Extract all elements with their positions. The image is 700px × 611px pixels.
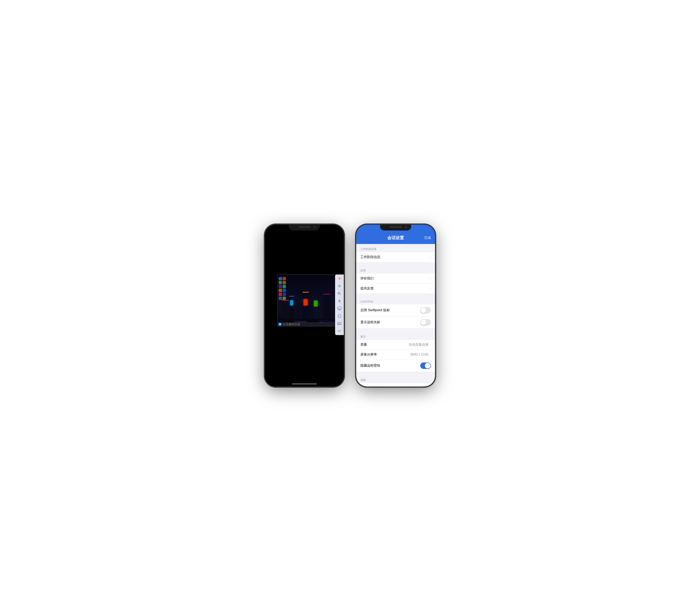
section-header-1: 工作阶段设置: [356, 244, 435, 252]
building-4: [303, 292, 309, 319]
chevron-toolbar-button[interactable]: [337, 328, 342, 333]
row-quality[interactable]: 质量 自动质量选择 ›: [356, 340, 435, 350]
toggle-remote-cursor[interactable]: [420, 319, 431, 326]
app-icon-3: [279, 281, 282, 284]
settings-title: 会话设置: [371, 235, 421, 241]
row-label-quality: 质量: [360, 343, 409, 347]
left-phone: ✕ ⚙: [265, 225, 344, 387]
side-toolbar: ✕ ⚙: [335, 274, 344, 335]
left-phone-screen: ✕ ⚙: [265, 225, 344, 387]
section-header-2: 反馈: [356, 265, 435, 274]
touch-toolbar-button[interactable]: [337, 313, 342, 318]
win-q2: [280, 324, 281, 324]
app-icon-2: [283, 277, 286, 280]
taskbar: [278, 323, 344, 326]
camera: [314, 226, 316, 228]
row-label-work-stage: 工作阶段信息: [360, 255, 430, 259]
building-1: [282, 300, 289, 319]
notch: [289, 225, 320, 230]
zoom-toolbar-button[interactable]: [337, 291, 342, 296]
speaker: [298, 226, 310, 228]
toggle-knob-advanced-logging: [421, 386, 426, 387]
app-icon-4: [283, 281, 286, 284]
row-label-feedback: 提供反馈: [360, 286, 430, 290]
row-resolution[interactable]: 屏幕分辨率 3840 x 2160 ›: [356, 350, 435, 360]
remote-desktop-screen: ✕ ⚙: [265, 225, 344, 387]
settings-screen[interactable]: 会话设置 完成 工作阶段设置 工作阶段信息 › 反馈 评价我们: [356, 225, 435, 387]
right-speaker: [390, 226, 402, 228]
svg-line-1: [340, 294, 341, 295]
row-hide-wallpaper[interactable]: 隐藏远程壁纸: [356, 360, 435, 372]
taskbar-icon-3: [289, 323, 291, 326]
settings-group-control: 启用 Swiftpoint 鼠标 显示远程光标: [356, 304, 435, 328]
toggle-knob-swiftpoint: [421, 308, 426, 313]
lightning-toolbar-button[interactable]: [337, 299, 342, 303]
row-value-resolution: 3840 x 2160: [410, 353, 429, 356]
app-icon-5: [279, 285, 282, 288]
win-q1: [279, 324, 280, 324]
right-phone: 会话设置 完成 工作阶段设置 工作阶段信息 › 反馈 评价我们: [356, 225, 435, 387]
row-feedback[interactable]: 提供反馈 ›: [356, 284, 435, 293]
neon-sign-2: [290, 300, 293, 306]
taskbar-icon-5: [295, 323, 297, 326]
svg-marker-4: [338, 299, 341, 303]
row-label-remote-cursor: 显示远程光标: [360, 320, 420, 325]
home-indicator: [292, 383, 317, 385]
row-label-hide-wallpaper: 隐藏远程壁纸: [360, 363, 420, 368]
right-home-indicator: [383, 383, 408, 385]
row-remote-cursor[interactable]: 显示远程光标: [356, 316, 435, 328]
taskbar-icon-1: [283, 323, 286, 326]
row-label-rate: 评价我们: [360, 277, 430, 281]
row-work-stage-info[interactable]: 工作阶段信息 ›: [356, 252, 435, 262]
section-header-control: CONTROL: [356, 297, 435, 304]
right-phone-screen: 会话设置 完成 工作阶段设置 工作阶段信息 › 反馈 评价我们: [356, 225, 435, 387]
remote-content: [278, 275, 344, 326]
win-q3: [279, 325, 280, 325]
done-button[interactable]: 完成: [421, 236, 431, 240]
settings-group-display: 质量 自动质量选择 › 屏幕分辨率 3840 x 2160 › 隐藏远程壁纸: [356, 340, 435, 372]
chevron-work-stage: ›: [430, 255, 431, 259]
toggle-advanced-logging[interactable]: [420, 386, 431, 387]
app-icon-11: [279, 297, 282, 300]
taskbar-icon-2: [286, 323, 288, 326]
spacer-3: [356, 328, 435, 331]
building-3: [294, 303, 303, 319]
settings-group-1: 工作阶段信息 ›: [356, 252, 435, 262]
remote-window[interactable]: [277, 274, 344, 326]
settings-body: 工作阶段设置 工作阶段信息 › 反馈 评价我们 › 提供反馈: [356, 244, 435, 387]
app-icon-1: [279, 277, 282, 280]
toggle-swiftpoint[interactable]: [420, 307, 431, 313]
section-header-display: 显示: [356, 331, 435, 340]
app-icon-12: [283, 297, 286, 300]
settings-toolbar-button[interactable]: ⚙: [337, 284, 342, 288]
app-icon-6: [283, 285, 286, 288]
right-notch: [380, 225, 411, 230]
spacer-2: [356, 293, 435, 297]
row-label-resolution: 屏幕分辨率: [360, 353, 410, 357]
building-2: [289, 296, 294, 319]
row-swiftpoint[interactable]: 启用 Swiftpoint 鼠标: [356, 304, 435, 316]
spacer-1: [356, 262, 435, 265]
row-label-swiftpoint: 启用 Swiftpoint 鼠标: [360, 308, 420, 312]
spacer-4: [356, 372, 435, 375]
neon-sign-1: [304, 299, 308, 306]
toggle-knob-remote-cursor: [421, 319, 426, 325]
neon-sign-3: [314, 301, 318, 307]
chevron-quality: ›: [430, 343, 431, 346]
taskbar-icon-4: [292, 323, 294, 326]
monitor-toolbar-button[interactable]: [337, 306, 342, 311]
svg-rect-5: [337, 307, 341, 309]
right-camera: [405, 226, 407, 228]
app-icons-panel: [278, 277, 287, 301]
row-rate-us[interactable]: 评价我们 ›: [356, 274, 435, 284]
windows-logo: [279, 324, 281, 325]
taskbar-icon-6: [298, 323, 300, 326]
app-icon-9: [279, 293, 282, 296]
keyboard-toolbar-button[interactable]: [337, 321, 342, 326]
win-q4: [280, 325, 281, 325]
toggle-hide-wallpaper[interactable]: [420, 362, 431, 369]
chevron-rate: ›: [430, 277, 431, 280]
close-toolbar-button[interactable]: ✕: [337, 276, 342, 281]
chevron-resolution: ›: [430, 353, 431, 356]
start-button: [278, 323, 282, 326]
